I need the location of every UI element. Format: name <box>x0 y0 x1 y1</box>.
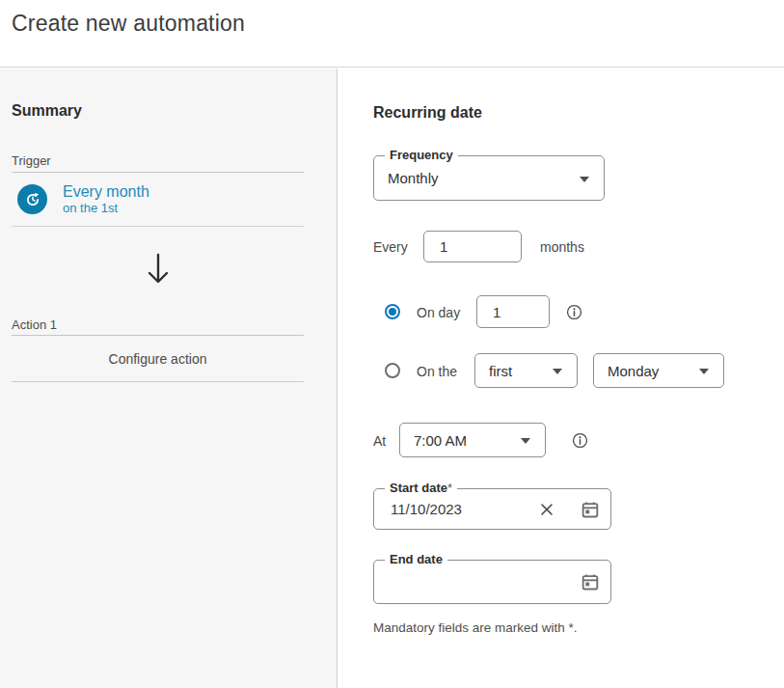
chevron-down-icon <box>553 369 562 374</box>
page-title: Create new automation <box>12 11 245 37</box>
info-icon[interactable] <box>572 432 588 449</box>
chevron-down-icon <box>699 369 709 374</box>
trigger-title: Every month <box>63 182 149 201</box>
weekday-select[interactable]: Monday <box>593 353 724 388</box>
action-section-label: Action 1 <box>12 317 304 332</box>
info-icon[interactable] <box>566 304 582 320</box>
summary-title: Summary <box>12 102 82 120</box>
frequency-value: Monthly <box>388 156 575 200</box>
calendar-icon[interactable] <box>581 500 600 519</box>
calendar-icon[interactable] <box>581 572 600 592</box>
on-day-radio[interactable] <box>385 304 400 319</box>
trigger-summary-item[interactable]: Every month on the 1st <box>12 182 304 217</box>
trigger-subtitle: on the 1st <box>63 201 149 216</box>
ordinal-select[interactable]: first <box>474 353 578 388</box>
flow-down-arrow-icon <box>0 252 315 287</box>
time-value: 7:00 AM <box>414 424 516 456</box>
divider <box>12 226 304 227</box>
end-date-label: End date <box>385 553 447 566</box>
interval-prefix-label: Every <box>373 239 408 255</box>
divider <box>12 172 304 173</box>
divider <box>12 381 304 382</box>
on-the-label: On the <box>417 364 457 379</box>
time-label: At <box>373 433 386 449</box>
ordinal-value: first <box>489 354 548 387</box>
interval-input[interactable] <box>423 231 522 262</box>
frequency-select[interactable]: Frequency Monthly <box>373 155 605 201</box>
start-date-value: 11/10/2023 <box>391 489 462 529</box>
trigger-section-label: Trigger <box>12 153 304 168</box>
summary-panel: Summary Trigger Every month on the 1st A <box>0 69 338 688</box>
on-day-label: On day <box>417 305 460 320</box>
configure-action-button[interactable]: Configure action <box>0 351 315 367</box>
time-select[interactable]: 7:00 AM <box>399 423 546 457</box>
form-title: Recurring date <box>373 104 482 122</box>
recurring-date-panel: Recurring date Frequency Monthly Every m… <box>338 69 784 688</box>
weekday-value: Monday <box>608 354 694 387</box>
end-date-field[interactable]: End date <box>373 560 611 604</box>
on-day-input[interactable] <box>476 295 550 328</box>
clear-icon[interactable] <box>539 502 554 517</box>
mandatory-fields-note: Mandatory fields are marked with *. <box>373 620 578 635</box>
chevron-down-icon <box>521 438 530 444</box>
recurrence-icon <box>17 184 47 214</box>
start-date-field[interactable]: Start date* 11/10/2023 <box>373 488 611 530</box>
on-the-radio[interactable] <box>385 363 400 378</box>
dialog-header: Create new automation <box>0 0 784 68</box>
divider <box>12 335 304 336</box>
chevron-down-icon <box>580 177 589 182</box>
interval-suffix-label: months <box>540 239 584 255</box>
